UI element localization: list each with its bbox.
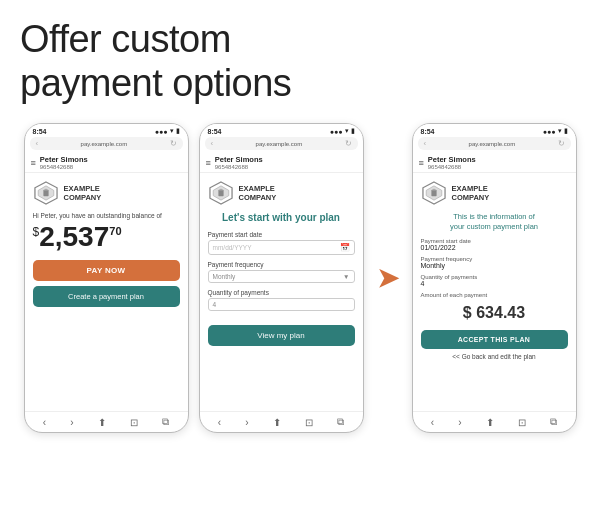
forward-icon-1[interactable]: › [70, 417, 73, 428]
signal-icon-1: ●●● [155, 128, 168, 135]
status-bar-2: 8:54 ●●● ▾ ▮ [200, 124, 363, 137]
svg-rect-10 [431, 190, 436, 197]
browser-back-1[interactable]: ‹ [36, 139, 39, 148]
forward-icon-2[interactable]: › [245, 417, 248, 428]
user-name-3: Peter Simons [428, 155, 476, 164]
battery-icon-2: ▮ [351, 127, 355, 135]
phone-content-1: EXAMPLE COMPANY Hi Peter, you have an ou… [25, 176, 188, 411]
headline: Offer custom payment options [20, 18, 580, 105]
company-logo-2: EXAMPLE COMPANY [208, 180, 355, 206]
hamburger-icon-3[interactable]: ≡ [419, 158, 424, 168]
headline-line2: payment options [20, 62, 291, 104]
company-logo-1: EXAMPLE COMPANY [33, 180, 180, 206]
browser-url-2: pay.example.com [216, 141, 341, 147]
browser-bar-1: ‹ pay.example.com ↻ [30, 137, 183, 150]
pay-now-button[interactable]: PAY NOW [33, 260, 180, 281]
tabs-icon-1[interactable]: ⧉ [162, 416, 169, 428]
wifi-icon-1: ▾ [170, 127, 174, 135]
info-quantity: Quantity of payments 4 [421, 274, 568, 287]
status-icons-3: ●●● ▾ ▮ [543, 127, 568, 135]
plan-title-2: Let's start with your plan [208, 212, 355, 223]
user-name-1: Peter Simons [40, 155, 88, 164]
create-plan-button[interactable]: Create a payment plan [33, 286, 180, 307]
user-info-2: Peter Simons 9654842688 [215, 155, 263, 170]
status-bar-1: 8:54 ●●● ▾ ▮ [25, 124, 188, 137]
input-quantity[interactable]: 4 [208, 298, 355, 311]
right-arrow-icon: ➤ [377, 263, 399, 294]
bookmark-icon-1[interactable]: ⊡ [130, 417, 138, 428]
company-name-3: EXAMPLE COMPANY [452, 184, 490, 202]
browser-reload-1[interactable]: ↻ [170, 139, 177, 148]
bottom-bar-2: ‹ › ⬆ ⊡ ⧉ [200, 411, 363, 432]
logo-hex-icon-3 [421, 180, 447, 206]
nav-bar-2: ≡ Peter Simons 9654842688 [200, 153, 363, 173]
nav-bar-1: ≡ Peter Simons 9654842688 [25, 153, 188, 173]
browser-back-3[interactable]: ‹ [424, 139, 427, 148]
info-start-date: Payment start date 01/01/2022 [421, 238, 568, 251]
forward-icon-3[interactable]: › [458, 417, 461, 428]
view-plan-button[interactable]: View my plan [208, 325, 355, 346]
phone-2: 8:54 ●●● ▾ ▮ ‹ pay.example.com ↻ ≡ Peter… [199, 123, 364, 433]
user-id-1: 9654842688 [40, 164, 88, 170]
status-icons-2: ●●● ▾ ▮ [330, 127, 355, 135]
wifi-icon-3: ▾ [558, 127, 562, 135]
tabs-icon-2[interactable]: ⧉ [337, 416, 344, 428]
time-2: 8:54 [208, 128, 222, 135]
time-3: 8:54 [421, 128, 435, 135]
bookmark-icon-3[interactable]: ⊡ [518, 417, 526, 428]
plan-info-title-3: This is the information of your custom p… [421, 212, 568, 232]
status-bar-3: 8:54 ●●● ▾ ▮ [413, 124, 576, 137]
tabs-icon-3[interactable]: ⧉ [550, 416, 557, 428]
battery-icon-1: ▮ [176, 127, 180, 135]
company-name-2: EXAMPLE COMPANY [239, 184, 277, 202]
user-info-1: Peter Simons 9654842688 [40, 155, 88, 170]
field-frequency: Payment frequency Monthly ▼ [208, 261, 355, 283]
input-start-date[interactable]: mm/dd/YYYY 📅 [208, 240, 355, 255]
back-icon-3[interactable]: ‹ [431, 417, 434, 428]
balance-cents: 70 [109, 225, 121, 237]
accept-plan-button[interactable]: ACCEPT THIS PLAN [421, 330, 568, 349]
browser-reload-2[interactable]: ↻ [345, 139, 352, 148]
balance-main: 2,537 [39, 223, 109, 251]
share-icon-1[interactable]: ⬆ [98, 417, 106, 428]
balance-greeting: Hi Peter, you have an outstanding balanc… [33, 212, 180, 219]
battery-icon-3: ▮ [564, 127, 568, 135]
dollar-sign: $ [33, 225, 40, 239]
browser-reload-3[interactable]: ↻ [558, 139, 565, 148]
label-frequency: Payment frequency [208, 261, 355, 268]
browser-back-2[interactable]: ‹ [211, 139, 214, 148]
input-frequency[interactable]: Monthly ▼ [208, 270, 355, 283]
share-icon-2[interactable]: ⬆ [273, 417, 281, 428]
phone-content-3: EXAMPLE COMPANY This is the information … [413, 176, 576, 411]
bookmark-icon-2[interactable]: ⊡ [305, 417, 313, 428]
browser-url-1: pay.example.com [41, 141, 166, 147]
bottom-bar-1: ‹ › ⬆ ⊡ ⧉ [25, 411, 188, 432]
browser-url-3: pay.example.com [429, 141, 554, 147]
back-icon-1[interactable]: ‹ [43, 417, 46, 428]
go-back-link[interactable]: << Go back and edit the plan [421, 353, 568, 360]
label-quantity: Quantity of payments [208, 289, 355, 296]
logo-hex-icon-1 [33, 180, 59, 206]
browser-bar-3: ‹ pay.example.com ↻ [418, 137, 571, 150]
share-icon-3[interactable]: ⬆ [486, 417, 494, 428]
page-container: Offer custom payment options 8:54 ●●● ▾ … [0, 0, 600, 525]
browser-bar-2: ‹ pay.example.com ↻ [205, 137, 358, 150]
status-icons-1: ●●● ▾ ▮ [155, 127, 180, 135]
payment-amount-display: $ 634.43 [421, 304, 568, 322]
headline-line1: Offer custom [20, 18, 231, 60]
back-icon-2[interactable]: ‹ [218, 417, 221, 428]
hamburger-icon-1[interactable]: ≡ [31, 158, 36, 168]
phone-1: 8:54 ●●● ▾ ▮ ‹ pay.example.com ↻ ≡ Peter… [24, 123, 189, 433]
user-id-2: 9654842688 [215, 164, 263, 170]
logo-hex-icon-2 [208, 180, 234, 206]
svg-rect-6 [218, 190, 223, 197]
balance-display: $ 2,537 70 [33, 223, 180, 251]
label-start-date: Payment start date [208, 231, 355, 238]
bottom-bar-3: ‹ › ⬆ ⊡ ⧉ [413, 411, 576, 432]
user-info-3: Peter Simons 9654842688 [428, 155, 476, 170]
info-frequency: Payment frequency Monthly [421, 256, 568, 269]
user-id-3: 9654842688 [428, 164, 476, 170]
signal-icon-2: ●●● [330, 128, 343, 135]
hamburger-icon-2[interactable]: ≡ [206, 158, 211, 168]
phones-row: 8:54 ●●● ▾ ▮ ‹ pay.example.com ↻ ≡ Peter… [20, 123, 580, 433]
